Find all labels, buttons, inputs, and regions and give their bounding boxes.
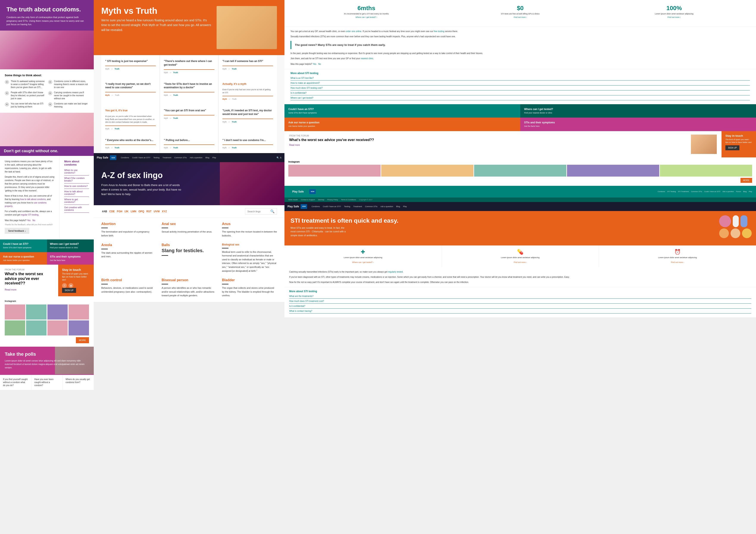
testing-link-5[interactable]: Where can I get tested? — [290, 97, 750, 100]
footer-contact[interactable]: Contact & Support — [301, 199, 315, 201]
az-letter-lmn[interactable]: LMN — [130, 209, 137, 214]
az-letter-xyz[interactable]: XYZ — [161, 209, 168, 214]
poll-question-2[interactable]: Have you ever been caught without a cond… — [31, 375, 63, 390]
t-nav-blog[interactable]: Blog — [396, 205, 400, 208]
stat-link-3[interactable]: Find out more › — [598, 16, 750, 18]
right-instagram-img-4[interactable] — [567, 165, 659, 177]
free-testing-link[interactable]: free testing — [434, 30, 445, 33]
regular-testing-link[interactable]: regular STI testing — [21, 214, 39, 216]
treatment-link-1[interactable]: What are the treatments? — [289, 295, 751, 299]
az-letter-ijk[interactable]: IJK — [124, 209, 129, 214]
footer-sitemap[interactable]: Sitemap — [318, 199, 324, 201]
helpful-yes-link[interactable]: Yes — [27, 219, 30, 221]
send-feedback-button[interactable]: Send feedback ↓ — [5, 228, 29, 234]
bottom-card-tested[interactable]: Where can I get tested? Find your neares… — [47, 240, 94, 252]
stat-link-1[interactable]: Where can I get tested? › — [290, 16, 442, 18]
instagram-img-4[interactable] — [68, 304, 89, 319]
poll-question-1[interactable]: If you find yourself caught without a co… — [0, 375, 31, 390]
t-nav-treatment[interactable]: Treatment — [353, 205, 362, 208]
az-nav-play[interactable]: Play — [212, 157, 216, 159]
az-letter-fgh[interactable]: FGH — [116, 209, 123, 214]
instagram-img-6[interactable] — [26, 320, 46, 336]
treatment-icon-link-3[interactable]: Find out more › — [671, 261, 684, 263]
more-condoms-link-2[interactable]: What if the condom breaks? — [64, 177, 89, 184]
az-nav-testing[interactable]: Testing — [153, 157, 159, 159]
az-letter-uvw[interactable]: UVW — [153, 209, 160, 214]
testing-link-1[interactable]: What is an STI test like? — [290, 77, 750, 81]
more-condoms-link-5[interactable]: Where to get condoms? — [64, 198, 89, 205]
az-nav-condoms[interactable]: Condoms — [121, 157, 129, 159]
t-nav-testing[interactable]: Testing — [344, 205, 350, 208]
rbc-sti[interactable]: Could I have an STI? Some STIs don't hav… — [284, 104, 520, 118]
regularly-tested-link[interactable]: regularly tested — [388, 271, 403, 273]
search-lingo-input[interactable] — [247, 210, 269, 213]
az-nav-blog[interactable]: Blog — [205, 157, 209, 159]
right-forum-read-more[interactable]: Read more — [289, 144, 300, 146]
footer-link-sti-treatment[interactable]: STI Treatment — [678, 191, 689, 192]
footer-link-condoms[interactable]: Condoms — [658, 191, 665, 192]
more-condoms-link-3[interactable]: How to use condoms? — [64, 185, 89, 189]
treatment-icon-link-1[interactable]: Where can I get tested? › — [352, 261, 374, 263]
treatment-icon-link-2[interactable]: Find out more › — [514, 261, 527, 263]
right-instagram-img-1[interactable] — [288, 165, 381, 177]
t-nav-common[interactable]: Common STIs — [365, 205, 378, 208]
rbc-tested[interactable]: Where can I get tested? Find your neares… — [520, 104, 756, 118]
instagram-img-3[interactable] — [47, 304, 68, 319]
t-nav-condoms[interactable]: Condoms — [311, 205, 320, 208]
how-to-talk-link[interactable]: how to talk about condoms — [20, 198, 46, 200]
right-instagram-img-3[interactable] — [474, 165, 566, 177]
treatment-link-3[interactable]: Is it confidential? — [289, 305, 751, 309]
footer-terms[interactable]: Terms & Conditions — [341, 199, 356, 201]
search-icon[interactable]: 🔍 — [270, 209, 275, 214]
footer-link-common-stis[interactable]: Common STIs — [691, 191, 702, 192]
treatment-link-4[interactable]: What is contact tracing? — [289, 310, 751, 314]
footer-link-forum[interactable]: Forum — [736, 191, 741, 192]
instagram-img-2[interactable] — [26, 304, 46, 319]
footer-nsw-health[interactable]: NSW Health — [288, 199, 298, 201]
more-condoms-link-1[interactable]: When to use condoms? — [64, 169, 89, 175]
footer-link-blog[interactable]: Blog — [743, 191, 746, 192]
helpful-no-2[interactable]: No — [318, 63, 321, 65]
rbc-nurse[interactable]: Ask our nurse a question Ask Nurse Netti… — [284, 117, 520, 131]
helpful-yes-2[interactable]: Yes — [313, 63, 316, 65]
right-instagram-img-5[interactable] — [660, 165, 752, 177]
az-letter-ab[interactable]: #AB — [101, 209, 108, 214]
sign-up-button[interactable]: SIGN UP — [62, 288, 76, 293]
t-nav-sti[interactable]: Could I have an STI? — [323, 205, 341, 208]
testing-link-2[interactable]: How to make an appointment? — [290, 82, 750, 86]
instagram-img-1[interactable] — [5, 304, 25, 319]
footer-privacy[interactable]: Privacy Policy — [327, 199, 338, 201]
more-condoms-link-6[interactable]: Get creative with condoms — [64, 206, 89, 213]
stat-link-2[interactable]: Find out more › — [445, 16, 596, 18]
bottom-card-symptoms[interactable]: STIs and their symptoms Get the facts he… — [47, 252, 94, 265]
instagram-img-8[interactable] — [68, 320, 89, 336]
more-condoms-link-4[interactable]: How to talk about condoms? — [64, 190, 89, 197]
nearest-clinic-link[interactable]: nearest clinic — [361, 57, 373, 60]
instagram-icon[interactable]: ◉ — [68, 283, 73, 288]
az-nav-common[interactable]: Common STIs — [174, 157, 187, 159]
bottom-card-nurse[interactable]: Ask our nurse a question Ask Nurse Netti… — [0, 252, 47, 265]
right-instagram-more-button[interactable]: MORE — [741, 178, 752, 183]
footer-link-ask[interactable]: Ask a question — [723, 191, 734, 192]
right-sign-up-button[interactable]: SIGN UP — [725, 145, 740, 150]
t-nav-play[interactable]: Play — [403, 205, 407, 208]
footer-link-sti-testing[interactable]: STI Testing — [667, 191, 676, 192]
t-nav-ask[interactable]: Ask a question — [380, 205, 393, 208]
poll-question-3[interactable]: Where do you usually get condoms from? — [63, 375, 94, 390]
order-online-link[interactable]: order one online — [346, 30, 362, 33]
instagram-more-button[interactable]: MORE — [76, 337, 89, 343]
testing-link-4[interactable]: Is it confidential? — [290, 92, 750, 95]
helpful-no-link[interactable]: No — [33, 219, 35, 221]
use-condoms-link[interactable]: use condoms properly — [5, 202, 46, 207]
az-letter-rst[interactable]: RST — [146, 209, 152, 214]
right-instagram-img-2[interactable] — [381, 165, 473, 177]
bottom-card-sti[interactable]: Could I have an STI? Some STIs don't hav… — [0, 240, 47, 252]
facebook-icon[interactable]: f — [62, 283, 67, 288]
forum-read-more[interactable]: Read more — [5, 288, 16, 291]
footer-link-play[interactable]: Play — [749, 191, 752, 192]
testing-link-3[interactable]: How much does STI testing cost? — [290, 87, 750, 90]
az-nav-treatment[interactable]: Treatment — [162, 157, 171, 159]
az-letter-opq[interactable]: OPQ — [138, 209, 145, 214]
instagram-img-7[interactable] — [47, 320, 68, 336]
az-nav-sti[interactable]: Could I have an STI? — [132, 157, 150, 159]
